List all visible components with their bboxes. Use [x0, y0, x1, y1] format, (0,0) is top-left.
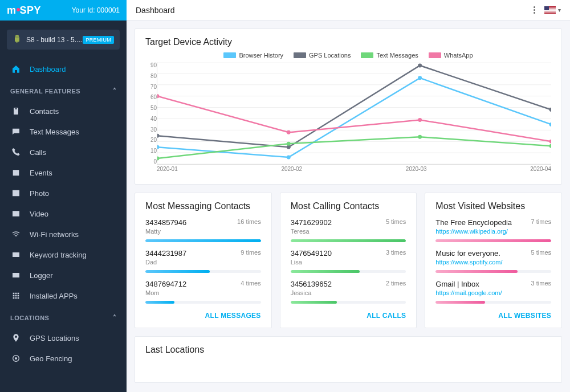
messaging-contacts-card: Most Messaging Contacts 3434857946Matty1…	[135, 193, 272, 328]
clipboard-icon	[10, 107, 22, 116]
svg-point-13	[287, 156, 291, 160]
nav-geo-fencing[interactable]: Geo Fencing	[0, 348, 127, 369]
nav-installed-apps[interactable]: Installed APPs	[0, 285, 127, 306]
list-item[interactable]: 3434857946Matty16 times	[145, 218, 261, 242]
nav-wifi[interactable]: Wi-Fi networks	[0, 224, 127, 244]
us-flag-icon	[544, 6, 556, 14]
card-title: Most Calling Contacts	[291, 201, 406, 211]
activity-chart: 9080706050403020100 2020-012020-022020-0…	[157, 62, 551, 176]
plot-area	[157, 62, 551, 165]
sidebar: mSPY Your Id: 000001 S8 - build 13 - 5..…	[0, 0, 127, 392]
page-title: Dashboard	[136, 6, 175, 15]
premium-badge: PREMIUM	[83, 36, 114, 44]
svg-point-17	[287, 145, 291, 149]
svg-point-24	[157, 94, 159, 98]
card-title: Target Device Activity	[145, 37, 551, 47]
section-locations[interactable]: LOCATIONS ˄	[0, 308, 127, 328]
all-calls-link[interactable]: ALL CALLS	[291, 312, 406, 320]
legend-item[interactable]: GPS Locations	[294, 52, 351, 59]
list-item[interactable]: 3471629902Teresa5 times	[291, 218, 406, 242]
brand-logo: mSPY	[7, 5, 41, 17]
card-title: Most Visited Websites	[435, 201, 551, 211]
nav-text-messages[interactable]: Text Messages	[0, 121, 127, 142]
svg-point-12	[157, 145, 159, 149]
wifi-icon	[10, 230, 22, 239]
user-id: Your Id: 000001	[72, 6, 120, 14]
topbar: Dashboard ▾	[127, 0, 570, 21]
legend-item[interactable]: Browser History	[223, 52, 283, 59]
video-icon	[10, 209, 22, 218]
device-selector[interactable]: S8 - build 13 - 5.... PREMIUM	[7, 30, 120, 50]
list-item[interactable]: 3444231987Dad9 times	[145, 249, 261, 273]
list-item[interactable]: Music for everyone.https://www.spotify.c…	[435, 249, 551, 273]
nav-label: Dashboard	[30, 65, 66, 74]
y-axis: 9080706050403020100	[145, 62, 157, 165]
keyboard-icon	[10, 250, 22, 259]
svg-point-15	[549, 122, 551, 126]
last-locations-card: Last Locations	[135, 336, 562, 383]
grid-icon	[10, 291, 22, 300]
nav-dashboard[interactable]: Dashboard	[0, 59, 127, 79]
card-title: Most Messaging Contacts	[145, 201, 261, 211]
content-area: Target Device Activity Browser History G…	[127, 21, 570, 392]
list-item[interactable]: 3487694712Mom4 times	[145, 280, 261, 304]
nav-logger[interactable]: Logger	[0, 265, 127, 285]
calendar-icon	[10, 168, 22, 177]
section-general-features[interactable]: GENERAL FEATURES ˄	[0, 81, 127, 101]
nav-calls[interactable]: Calls	[0, 142, 127, 162]
nav-photo[interactable]: Photo	[0, 183, 127, 203]
svg-point-19	[549, 108, 551, 112]
svg-point-26	[418, 118, 422, 122]
svg-point-14	[418, 76, 422, 80]
visited-websites-card: Most Visited Websites The Free Encyclope…	[425, 193, 562, 328]
android-icon	[13, 34, 22, 45]
list-item[interactable]: 3456139652Jessica2 times	[291, 280, 406, 304]
svg-point-27	[549, 140, 551, 144]
svg-point-16	[157, 134, 159, 138]
target-icon	[10, 354, 22, 363]
chevron-down-icon: ▾	[558, 7, 561, 13]
nav-video[interactable]: Video	[0, 203, 127, 224]
svg-point-20	[157, 157, 159, 161]
language-selector[interactable]: ▾	[544, 6, 561, 14]
logo-bar: mSPY Your Id: 000001	[0, 0, 127, 21]
list-item[interactable]: 3476549120Lisa3 times	[291, 249, 406, 273]
home-icon	[10, 64, 22, 74]
calling-contacts-card: Most Calling Contacts 3471629902Teresa5 …	[280, 193, 417, 328]
nav-keyword-tracking[interactable]: Keyword tracking	[0, 244, 127, 265]
list-item[interactable]: The Free Encyclopediahttps://www.wikiped…	[435, 218, 551, 242]
main: Dashboard ▾ Target Device Activity Brows…	[127, 0, 570, 392]
image-icon	[10, 189, 22, 198]
card-title: Last Locations	[145, 345, 551, 355]
svg-point-23	[549, 144, 551, 148]
device-name: S8 - build 13 - 5....	[26, 36, 82, 44]
more-menu-button[interactable]	[531, 4, 538, 16]
svg-point-25	[287, 130, 291, 134]
svg-point-22	[418, 135, 422, 139]
message-icon	[10, 127, 22, 136]
chart-legend: Browser History GPS Locations Text Messa…	[145, 52, 551, 59]
legend-item[interactable]: WhatsApp	[429, 52, 473, 59]
all-messages-link[interactable]: ALL MESSAGES	[145, 312, 261, 320]
nav-gps-locations[interactable]: GPS Locations	[0, 328, 127, 348]
nav-events[interactable]: Events	[0, 162, 127, 183]
x-axis: 2020-012020-022020-032020-04	[157, 166, 551, 176]
chevron-up-icon: ˄	[113, 314, 117, 322]
pin-icon	[10, 333, 22, 342]
all-websites-link[interactable]: ALL WEBSITES	[435, 312, 551, 320]
chevron-up-icon: ˄	[113, 87, 117, 95]
nav-contacts[interactable]: Contacts	[0, 101, 127, 121]
list-item[interactable]: Gmail | Inboxhttps://mail.google.com/3 t…	[435, 280, 551, 304]
svg-point-18	[418, 63, 422, 67]
phone-icon	[10, 148, 22, 157]
keyboard-icon	[10, 271, 22, 280]
legend-item[interactable]: Text Messages	[361, 52, 418, 59]
activity-chart-card: Target Device Activity Browser History G…	[135, 28, 562, 185]
svg-point-1	[15, 357, 17, 360]
svg-point-21	[287, 142, 291, 146]
